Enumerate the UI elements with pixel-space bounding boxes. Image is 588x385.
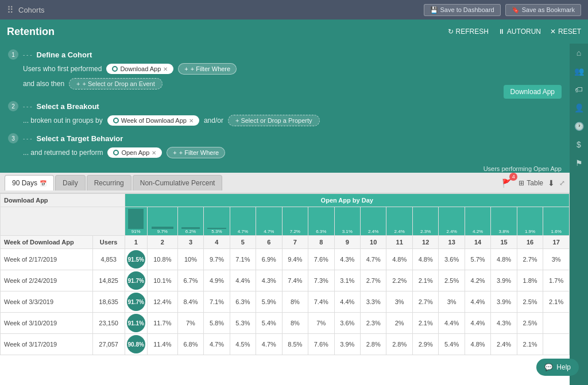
- bar-cell-6: 4.7%: [256, 207, 282, 236]
- day6-cell: 6.9%: [256, 249, 282, 270]
- bar-cell-2: 9.7%: [147, 207, 177, 236]
- bar-cell-17: 1.6%: [543, 207, 570, 236]
- day-col-16: 16: [517, 236, 543, 249]
- download-button[interactable]: ⬇: [548, 178, 555, 188]
- day15-cell: 4.8%: [491, 249, 517, 270]
- tab-non-cumulative[interactable]: Non-Cumulative Percent: [133, 175, 223, 190]
- drop-event-button[interactable]: + + Select or Drop an Event: [69, 78, 163, 90]
- clock-icon[interactable]: 🕐: [574, 122, 584, 131]
- day9-cell: 4.3%: [334, 249, 360, 270]
- bar-cell-3: 6.2%: [177, 207, 203, 236]
- remove-icon-3[interactable]: ✕: [152, 150, 156, 156]
- save-icon: 💾: [430, 6, 438, 14]
- day10-cell: 4.7%: [361, 249, 386, 270]
- breakout-pill[interactable]: Week of Download App ✕: [107, 115, 199, 126]
- step-1-header: 1 - - - Define a Cohort: [8, 49, 562, 60]
- week-cell: Week of 2/17/2019: [1, 249, 93, 270]
- remove-icon-2[interactable]: ✕: [189, 118, 194, 124]
- refresh-button[interactable]: ↻ REFRESH: [448, 28, 489, 36]
- day-col-9: 9: [334, 236, 360, 249]
- day-col-17: 17: [543, 236, 570, 249]
- step-1-label-1: Users who first performed: [23, 65, 102, 73]
- reset-button[interactable]: ✕ RESET: [550, 28, 581, 36]
- circle-icon: [112, 66, 118, 72]
- day17-cell: 3%: [543, 249, 570, 270]
- table-row: Week of 3/10/2019 23,150 91.1% 11.7% 7% …: [1, 313, 570, 334]
- day1-cell: 91.7%: [125, 270, 147, 291]
- table-icon: ⊞: [519, 179, 524, 187]
- week-cell: Week of 3/17/2019: [1, 334, 93, 355]
- col-header-row: Week of Download App Users 1 2 3 4 5 6 7…: [1, 236, 570, 249]
- day4-cell: 9.7%: [204, 249, 230, 270]
- bar-row-header: 91% 9.7%: [1, 207, 570, 236]
- refresh-icon: ↻: [448, 28, 454, 36]
- left-group-header: Download App: [1, 194, 125, 207]
- help-icon: 💬: [544, 363, 553, 371]
- day1-cell: 91.1%: [125, 313, 147, 334]
- header-bar: Retention ↻ REFRESH ⏸ AUTORUN ✕ RESET: [0, 20, 588, 44]
- tab-90days[interactable]: 90 Days 📅: [5, 175, 54, 190]
- step-1-section: 1 - - - Define a Cohort Users who first …: [8, 49, 562, 90]
- bar-spacer: [1, 207, 125, 236]
- save-dashboard-button[interactable]: 💾 Save to Dashboard: [424, 4, 501, 16]
- week-col-header: Week of Download App: [1, 236, 93, 249]
- filter-where-button-2[interactable]: + + Filter Where: [167, 147, 225, 158]
- bar-cell-8: 6.3%: [308, 207, 334, 236]
- tag-icon[interactable]: 🏷: [575, 85, 583, 94]
- step-2-section: 2 - - - Select a Breakout ... broken out…: [8, 101, 562, 126]
- top-bar: ⠿ Cohorts 💾 Save to Dashboard 🔖 Save as …: [0, 0, 588, 20]
- day-col-15: 15: [491, 236, 517, 249]
- bar-cell-16: 1.9%: [517, 207, 543, 236]
- users-col-header: Users: [92, 236, 125, 249]
- flag-badge: 4: [509, 173, 517, 181]
- users-cell: 14,825: [92, 270, 125, 291]
- day14-cell: 5.7%: [465, 249, 490, 270]
- flag-button[interactable]: 🚩 4: [500, 176, 514, 190]
- users-cell: 23,150: [92, 313, 125, 334]
- drop-property-button[interactable]: + Select or Drop a Property: [228, 115, 320, 126]
- step-3-row: ... and returned to perform Open App ✕ +…: [23, 147, 562, 158]
- step-2-row: ... broken out in groups by Week of Down…: [23, 115, 562, 126]
- table-row: Week of 2/17/2019 4,853 91.5% 10.8% 10% …: [1, 249, 570, 270]
- right-sidebar: ⌂ 👥 🏷 👤 🕐 $ ⚑: [570, 44, 588, 385]
- day-col-5: 5: [230, 236, 256, 249]
- download-app-pill[interactable]: Download App ✕: [106, 64, 173, 74]
- day-col-13: 13: [439, 236, 465, 249]
- remove-icon[interactable]: ✕: [163, 66, 168, 72]
- day-col-2: 2: [147, 236, 177, 249]
- bar-cell-10: 2.4%: [361, 207, 386, 236]
- bottom-panel: 90 Days 📅 Daily Recurring Non-Cumulative…: [0, 173, 570, 385]
- home-icon[interactable]: ⌂: [577, 48, 581, 57]
- users-icon[interactable]: 👥: [574, 67, 584, 76]
- help-button[interactable]: 💬 Help: [536, 359, 579, 376]
- users-cell: 27,057: [92, 334, 125, 355]
- table-button[interactable]: ⊞ Table: [519, 179, 543, 187]
- day11-cell: 4.8%: [386, 249, 412, 270]
- tab-daily[interactable]: Daily: [55, 175, 86, 190]
- table-row: Week of 2/24/2019 14,825 91.7% 10.1% 6.7…: [1, 270, 570, 291]
- expand-button[interactable]: ⤢: [559, 179, 565, 187]
- table-row: Week of 3/17/2019 27,057 90.8% 11.4% 6.8…: [1, 334, 570, 355]
- tabs-right: 🚩 4 ⊞ Table ⬇ ⤢: [500, 176, 565, 190]
- day5-cell: 7.1%: [230, 249, 256, 270]
- step-3-section: 3 - - - Select a Target Behavior ... and…: [8, 133, 562, 158]
- grid-icon: ⠿: [7, 5, 14, 15]
- day13-cell: 3.6%: [439, 249, 465, 270]
- step-3-dashes: - - -: [23, 135, 32, 142]
- save-bookmark-button[interactable]: 🔖 Save as Bookmark: [505, 4, 581, 16]
- flag-sidebar-icon[interactable]: ⚑: [575, 158, 583, 168]
- bar-cell-12: 2.3%: [412, 207, 438, 236]
- autorun-button[interactable]: ⏸ AUTORUN: [498, 28, 541, 36]
- person-icon[interactable]: 👤: [574, 103, 584, 112]
- step-3-header: 3 - - - Select a Target Behavior: [8, 133, 562, 143]
- tab-recurring[interactable]: Recurring: [87, 175, 131, 190]
- day8-cell: 7.6%: [308, 249, 334, 270]
- and-or-label: and/or: [204, 116, 223, 125]
- filter-where-button-1[interactable]: + + Filter Where: [178, 63, 237, 75]
- day-col-14: 14: [465, 236, 490, 249]
- step-2-header: 2 - - - Select a Breakout: [8, 101, 562, 111]
- day2-cell: 10.8%: [147, 249, 177, 270]
- open-app-pill[interactable]: Open App ✕: [107, 147, 162, 158]
- dollar-icon[interactable]: $: [577, 140, 581, 149]
- day7-cell: 9.4%: [282, 249, 308, 270]
